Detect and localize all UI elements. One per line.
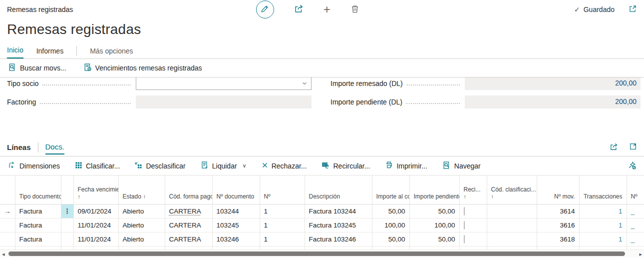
tab-inicio[interactable]: Inicio — [7, 46, 23, 58]
col-transacciones[interactable]: Transacciones — [579, 176, 627, 204]
row-options-cell[interactable] — [61, 218, 73, 232]
cell-cod-clasificacion[interactable] — [487, 204, 537, 218]
cell-estado[interactable]: Abierto — [118, 204, 165, 218]
scroll-left-arrow[interactable]: ◂ — [2, 250, 5, 258]
col-recibido[interactable]: Reci...↑ — [459, 176, 487, 204]
cell-importe-pendiente[interactable]: 50,00 — [409, 204, 459, 218]
checkbox-unchecked[interactable] — [464, 221, 465, 230]
cell-fecha-vencimiento[interactable]: 11/01/2024 — [73, 232, 118, 246]
edit-button[interactable] — [256, 0, 274, 18]
tab-informes[interactable]: Informes — [36, 47, 63, 58]
cell-num[interactable]: 1 — [260, 204, 305, 218]
table-row[interactable]: → Factura ⋮ 09/01/2024 Abierto CARTERA 1… — [0, 204, 644, 218]
cell-fecha-vencimiento[interactable]: 09/01/2024 — [73, 204, 118, 218]
cell-estado[interactable]: Abierto — [118, 218, 165, 232]
scroll-right-arrow[interactable]: ▸ — [639, 250, 642, 258]
col-descripcion[interactable]: Descripción — [305, 176, 372, 204]
row-selector[interactable] — [0, 218, 15, 232]
cell-importe-pendiente[interactable]: 50,00 — [409, 232, 459, 246]
col-fecha-vencimiento[interactable]: Fecha vencimiento↑ — [73, 176, 118, 204]
lines-focus-button[interactable] — [629, 142, 637, 152]
col-tipo-documento[interactable]: Tipo documento — [15, 176, 61, 204]
cell-num-documento[interactable]: 103246 — [212, 232, 260, 246]
cell-tipo-documento[interactable]: Factura — [15, 232, 61, 246]
liquidar-button[interactable]: Liquidar ∨ — [201, 161, 247, 170]
vencimientos-button[interactable]: Vencimientos remesas registradas — [83, 63, 202, 73]
rechazar-button[interactable]: Rechazar... — [262, 162, 307, 170]
col-num[interactable]: Nº — [260, 176, 305, 204]
cell-num-mov[interactable]: 3614 — [537, 204, 579, 218]
recircular-button[interactable]: Recircular... — [322, 161, 370, 170]
cell-cod-clasificacion[interactable] — [487, 218, 537, 232]
table-row[interactable]: Factura 11/01/2024 Abierto CARTERA 10324… — [0, 232, 644, 246]
desclasificar-button[interactable]: Desclasificar — [135, 162, 185, 170]
unpin-button[interactable] — [628, 161, 636, 171]
cell-tipo-documento[interactable]: Factura — [15, 218, 61, 232]
checkbox-unchecked[interactable] — [464, 207, 465, 216]
cell-recibido[interactable] — [459, 204, 487, 218]
cell-cod-forma-pago[interactable]: CARTERA — [165, 218, 212, 232]
col-num-mov[interactable]: Nº mov. — [537, 176, 579, 204]
cell-recibido[interactable] — [459, 218, 487, 232]
col-cod-clasificacion[interactable]: Cód. clasificaci...↑ — [487, 176, 537, 204]
horizontal-scrollbar[interactable]: ◂ ▸ — [0, 250, 644, 258]
delete-button[interactable] — [350, 4, 359, 15]
tipo-socio-select[interactable] — [136, 78, 312, 90]
col-estado[interactable]: Estado↑ — [118, 176, 165, 204]
cell-recibido[interactable] — [459, 232, 487, 246]
cell-num-mov[interactable]: 3616 — [537, 218, 579, 232]
cell-transacciones-link[interactable]: 1 — [579, 218, 627, 232]
cell-num[interactable]: 1 — [260, 218, 305, 232]
cell-descripcion[interactable]: Factura 103246 — [305, 232, 372, 246]
cell-num-documento[interactable]: 103245 — [212, 218, 260, 232]
tab-mas-opciones[interactable]: Más opciones — [90, 47, 133, 58]
cell-importe-pendiente[interactable]: 100,00 — [409, 218, 459, 232]
current-row-marker[interactable]: → — [0, 204, 15, 218]
col-num-final[interactable]: Nº — [627, 176, 644, 204]
dimensiones-button[interactable]: Dimensiones — [8, 161, 60, 170]
col-importe-al-cobro[interactable]: Importe al cobro — [372, 176, 409, 204]
cell-importe-al-cobro[interactable]: 50,00 — [372, 232, 409, 246]
breadcrumb[interactable]: Remesas registradas — [7, 6, 73, 14]
buscar-movs-button[interactable]: Buscar movs... — [8, 63, 66, 73]
col-row-options — [61, 176, 73, 204]
cell-cod-forma-pago[interactable]: CARTERA — [165, 232, 212, 246]
cell-tipo-documento[interactable]: Factura — [15, 204, 61, 218]
share-button[interactable] — [294, 4, 304, 15]
clasificar-button[interactable]: Clasificar... — [75, 162, 120, 170]
tab-docs[interactable]: Docs. — [45, 142, 64, 154]
col-cod-forma-pago[interactable]: Cód. forma pago — [165, 176, 212, 204]
cell-num-final[interactable]: _ — [627, 232, 644, 246]
cell-num-documento[interactable]: 103244 — [212, 204, 260, 218]
cell-descripcion[interactable]: Factura 103244 — [305, 204, 372, 218]
cell-importe-al-cobro[interactable]: 50,00 — [372, 204, 409, 218]
cell-fecha-vencimiento[interactable]: 11/01/2024 — [73, 218, 118, 232]
checkbox-unchecked[interactable] — [464, 235, 465, 244]
cell-transacciones-link[interactable]: 1 — [579, 232, 627, 246]
col-num-documento[interactable]: Nº documento — [212, 176, 260, 204]
imprimir-button[interactable]: Imprimir... — [385, 161, 427, 170]
cell-estado[interactable]: Abierto — [118, 232, 165, 246]
cell-num-mov[interactable]: 3618 — [537, 232, 579, 246]
row-selector[interactable] — [0, 232, 15, 246]
new-button[interactable]: + — [323, 4, 330, 16]
col-row-selector[interactable] — [0, 176, 15, 204]
importe-remesado-value: 200,00 — [465, 78, 641, 87]
row-options-button[interactable]: ⋮ — [61, 204, 73, 218]
cell-cod-clasificacion[interactable] — [487, 232, 537, 246]
cell-cod-forma-pago[interactable]: CARTERA — [165, 204, 212, 218]
cell-descripcion[interactable]: Factura 103245 — [305, 218, 372, 232]
scrollbar-thumb[interactable] — [8, 252, 625, 256]
popout-button[interactable] — [629, 4, 637, 14]
cell-num-final[interactable]: _ — [627, 218, 644, 232]
cell-num-final[interactable]: _ — [627, 204, 644, 218]
table-row[interactable]: Factura 11/01/2024 Abierto CARTERA 10324… — [0, 218, 644, 232]
cell-num[interactable]: 1 — [260, 232, 305, 246]
lines-share-button[interactable] — [610, 142, 618, 152]
navegar-button[interactable]: Navegar — [442, 161, 481, 171]
importe-pendiente-label: Importe pendiente (DL) — [330, 98, 402, 106]
row-options-cell[interactable] — [61, 232, 73, 246]
cell-importe-al-cobro[interactable]: 100,00 — [372, 218, 409, 232]
col-importe-pendiente[interactable]: Importe pendiente — [409, 176, 459, 204]
cell-transacciones-link[interactable]: 1 — [579, 204, 627, 218]
